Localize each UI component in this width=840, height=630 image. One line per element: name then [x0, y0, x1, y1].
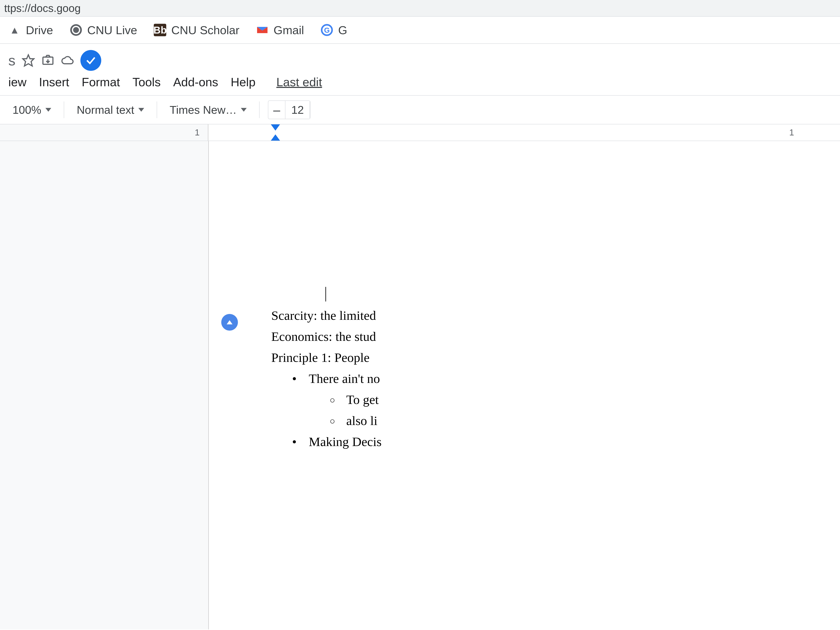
- first-line-indent-marker[interactable]: [271, 125, 280, 131]
- ruler-margin-left: 1: [0, 125, 208, 141]
- globe-icon: [70, 24, 82, 36]
- browser-url-bar[interactable]: ttps://docs.goog: [0, 0, 840, 17]
- ruler-body: 1: [208, 125, 840, 141]
- style-value: Normal text: [77, 103, 134, 116]
- ruler-number: 1: [787, 128, 796, 137]
- text-cursor-line: [271, 287, 777, 302]
- font-family-dropdown[interactable]: Times New…: [166, 101, 251, 118]
- bookmark-label: Gmail: [273, 23, 304, 37]
- font-size-decrease-button[interactable]: –: [268, 101, 285, 119]
- text-cursor: [325, 287, 326, 302]
- last-edit-link[interactable]: Last edit: [276, 75, 322, 89]
- bullet-item: There ain't no: [271, 371, 777, 386]
- caret-down-icon: [241, 108, 247, 112]
- drive-icon: ▲: [8, 24, 21, 36]
- caret-down-icon: [46, 108, 51, 112]
- move-icon[interactable]: [41, 54, 55, 67]
- menu-tools[interactable]: Tools: [133, 75, 161, 89]
- toolbar-separator: [157, 101, 157, 118]
- bookmarks-bar: ▲ Drive CNU Live Bb CNU Scholar Gmail G …: [0, 17, 840, 44]
- document-line: Economics: the stud: [271, 329, 777, 344]
- blackboard-icon: Bb: [154, 24, 166, 36]
- star-icon[interactable]: [22, 54, 35, 67]
- see-version-history-button[interactable]: [81, 50, 101, 71]
- document-line: Scarcity: the limited: [271, 308, 777, 323]
- font-size-control: –: [268, 100, 310, 119]
- document-page[interactable]: Scarcity: the limited Economics: the stu…: [208, 141, 840, 629]
- google-icon: G: [321, 24, 333, 36]
- document-title[interactable]: s: [8, 52, 16, 68]
- docs-title-row: s: [0, 44, 840, 73]
- font-size-input[interactable]: [285, 101, 310, 119]
- menu-help[interactable]: Help: [231, 75, 256, 89]
- bookmark-label: Drive: [26, 23, 53, 37]
- document-canvas: Scarcity: the limited Economics: the stu…: [0, 141, 840, 629]
- bookmark-drive[interactable]: ▲ Drive: [8, 23, 53, 37]
- toolbar-separator: [64, 101, 64, 118]
- formatting-toolbar: 100% Normal text Times New… –: [0, 95, 840, 125]
- zoom-dropdown[interactable]: 100%: [8, 101, 55, 118]
- bookmark-label: G: [338, 23, 347, 37]
- toolbar-separator: [259, 101, 260, 118]
- caret-down-icon: [138, 108, 144, 112]
- svg-marker-2: [23, 55, 34, 66]
- sub-bullet-item: also li: [271, 413, 777, 428]
- cloud-saved-icon[interactable]: [61, 54, 74, 67]
- gmail-icon: [256, 24, 268, 36]
- left-indent-marker[interactable]: [271, 134, 280, 141]
- bookmark-gmail[interactable]: Gmail: [256, 23, 304, 37]
- bookmark-label: CNU Live: [87, 23, 137, 37]
- sub-bullet-item: To get: [271, 392, 777, 407]
- horizontal-ruler[interactable]: 1 1: [0, 125, 840, 141]
- document-line: Principle 1: People: [271, 350, 777, 365]
- bookmark-label: CNU Scholar: [171, 23, 239, 37]
- comment-pin-icon[interactable]: [221, 314, 238, 331]
- ruler-number: 1: [195, 128, 200, 137]
- menu-format[interactable]: Format: [82, 75, 120, 89]
- bullet-item: Making Decis: [271, 434, 777, 449]
- menu-addons[interactable]: Add-ons: [173, 75, 218, 89]
- outline-pane: [0, 141, 208, 629]
- menu-view[interactable]: iew: [8, 75, 27, 89]
- bookmark-cnu-scholar[interactable]: Bb CNU Scholar: [154, 23, 239, 37]
- menu-insert[interactable]: Insert: [39, 75, 69, 89]
- zoom-value: 100%: [13, 103, 41, 116]
- url-text: ttps://docs.goog: [4, 2, 81, 14]
- menu-bar: iew Insert Format Tools Add-ons Help Las…: [0, 73, 840, 95]
- svg-text:G: G: [324, 26, 330, 34]
- bookmark-google[interactable]: G G: [321, 23, 347, 37]
- bookmark-cnu-live[interactable]: CNU Live: [70, 23, 137, 37]
- font-value: Times New…: [170, 103, 237, 116]
- paragraph-style-dropdown[interactable]: Normal text: [73, 101, 148, 118]
